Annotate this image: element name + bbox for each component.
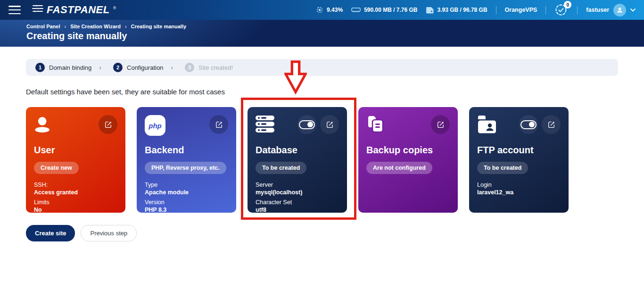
field-value: mysql(localhost)	[256, 189, 339, 196]
cpu-usage-value: 9.43%	[327, 7, 343, 13]
card-field: Limits No	[34, 199, 117, 214]
app-logo[interactable]: FASTPANEL ®	[32, 4, 116, 16]
step-label: Domain binding	[49, 64, 91, 71]
status-badge: PHP, Reverse proxy, etc.	[145, 162, 226, 174]
php-icon: php	[145, 115, 165, 136]
field-label: Server	[256, 181, 339, 189]
card-ftp-account[interactable]: FTP account To be created Login laravel1…	[469, 107, 569, 213]
field-value: Apache module	[145, 189, 228, 196]
avatar	[613, 4, 626, 17]
card-field: Version PHP 8.3	[145, 199, 228, 214]
step-site-created: 3 Site created!	[163, 63, 233, 72]
toggle-on-icon	[299, 120, 315, 129]
card-field: Server mysql(localhost)	[256, 181, 339, 196]
card-user[interactable]: User Create new SSH: Access granted Limi…	[26, 107, 125, 213]
step-domain-binding[interactable]: 1 Domain binding	[35, 63, 91, 72]
notifications-button[interactable]: 0	[554, 3, 569, 17]
divider	[496, 6, 496, 14]
wizard-stepper: 1 Domain binding 2 Configuration 3 Site …	[26, 59, 618, 76]
edit-user-button[interactable]	[99, 115, 117, 134]
breadcrumb: Control Panel Site Creation Wizard Creat…	[26, 24, 644, 29]
status-badge: Are not configured	[366, 162, 432, 174]
hamburger-menu-icon[interactable]	[8, 6, 21, 14]
disk-icon	[426, 6, 434, 14]
edit-ftp-button[interactable]	[542, 115, 561, 134]
chevron-down-icon	[630, 8, 636, 12]
wizard-actions: Create site Previous step	[26, 225, 618, 241]
card-database[interactable]: Database To be created Server mysql(loca…	[248, 107, 347, 213]
previous-step-button[interactable]: Previous step	[81, 225, 137, 241]
divider	[545, 6, 546, 14]
edit-icon	[215, 121, 223, 129]
status-badge: To be created	[256, 162, 306, 174]
field-value: laravel12_wa	[477, 189, 561, 196]
card-title: User	[34, 145, 117, 156]
cpu-icon	[316, 6, 323, 14]
step-configuration[interactable]: 2 Configuration	[91, 63, 163, 72]
step-number: 3	[185, 63, 194, 72]
disk-usage-value: 3.93 GB / 96.78 GB	[438, 7, 487, 13]
card-field: Type Apache module	[145, 181, 228, 196]
edit-icon	[326, 121, 334, 129]
sliders-logo-icon	[32, 4, 43, 13]
card-title: Backend	[145, 145, 228, 156]
notification-count-badge: 0	[564, 1, 571, 8]
field-value: No	[34, 206, 117, 214]
edit-database-button[interactable]	[320, 115, 339, 134]
intro-text: Default settings have been set, they are…	[26, 88, 618, 96]
card-field: SSH: Access granted	[34, 181, 117, 196]
ram-icon	[351, 7, 361, 13]
registered-mark: ®	[113, 6, 116, 10]
status-badge: To be created	[477, 162, 528, 174]
field-value: PHP 8.3	[145, 206, 228, 214]
settings-cards-row: User Create new SSH: Access granted Limi…	[26, 107, 618, 213]
edit-backup-button[interactable]	[431, 115, 450, 134]
database-toggle[interactable]	[297, 115, 316, 134]
card-title: Backup copies	[366, 145, 450, 156]
ftp-folder-icon	[477, 115, 497, 134]
page-header: Control Panel Site Creation Wizard Creat…	[0, 20, 644, 47]
step-number: 2	[113, 63, 123, 72]
logo-text: FASTPANEL	[47, 4, 110, 16]
field-label: SSH:	[34, 181, 117, 189]
status-badge: Create new	[34, 162, 79, 174]
user-menu[interactable]: fastuser	[586, 4, 636, 17]
ram-usage-value: 590.00 MB / 7.76 GB	[364, 7, 417, 13]
card-title: Database	[256, 145, 339, 156]
edit-backend-button[interactable]	[209, 115, 228, 134]
ftp-toggle[interactable]	[519, 115, 538, 134]
step-label: Site created!	[198, 64, 233, 71]
field-label: Limits	[34, 199, 117, 206]
card-title: FTP account	[477, 145, 561, 156]
step-number: 1	[35, 63, 45, 72]
username: fastuser	[586, 7, 609, 13]
field-value: utf8	[256, 206, 339, 214]
card-backend[interactable]: php Backend PHP, Reverse proxy, etc.	[137, 107, 236, 213]
topbar: FASTPANEL ® 9.43% 590.00 MB / 7.76 GB	[0, 0, 644, 20]
cpu-usage-stat: 9.43%	[316, 6, 343, 14]
field-label: Character Set	[256, 199, 339, 206]
edit-icon	[437, 121, 445, 129]
divider	[577, 6, 578, 14]
card-backup-copies[interactable]: Backup copies Are not configured	[358, 107, 458, 213]
edit-icon	[104, 121, 112, 129]
create-site-button[interactable]: Create site	[26, 225, 75, 241]
breadcrumb-creating-site-manually: Creating site manually	[121, 24, 186, 29]
ram-usage-stat: 590.00 MB / 7.76 GB	[351, 7, 417, 13]
copy-icon	[366, 115, 386, 135]
card-field: Login laravel12_wa	[477, 181, 561, 196]
edit-icon	[547, 121, 555, 129]
page-title: Creating site manually	[26, 31, 644, 41]
field-label: Version	[145, 199, 228, 206]
field-label: Type	[145, 181, 228, 189]
card-field: Character Set utf8	[256, 199, 339, 214]
breadcrumb-control-panel[interactable]: Control Panel	[26, 24, 60, 29]
breadcrumb-site-creation-wizard[interactable]: Site Creation Wizard	[60, 24, 121, 29]
server-name[interactable]: OrangeVPS	[505, 7, 537, 13]
main-content: 1 Domain binding 2 Configuration 3 Site …	[0, 47, 644, 282]
disk-usage-stat: 3.93 GB / 96.78 GB	[426, 6, 487, 14]
database-icon	[256, 115, 275, 133]
field-label: Login	[477, 181, 561, 189]
user-icon	[34, 115, 53, 134]
field-value: Access granted	[34, 189, 117, 196]
